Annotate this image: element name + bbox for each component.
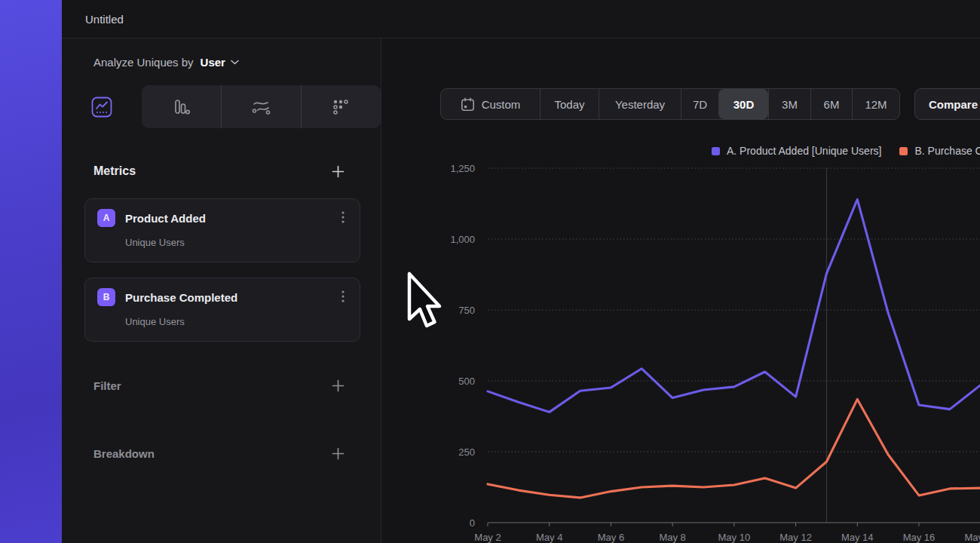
- flows-icon: [250, 97, 271, 117]
- x-tick-label: May 14: [841, 532, 874, 543]
- chart-legend: A. Product Added [Unique Users] B. Purch…: [712, 145, 980, 157]
- query-sidebar: Analyze Uniques by User: [62, 38, 381, 543]
- y-tick-label: 1,000: [450, 234, 475, 245]
- metric-measurement: Unique Users: [125, 237, 348, 248]
- analyze-by-row: Analyze Uniques by User: [62, 38, 381, 85]
- top-bar: Untitled: [62, 0, 980, 38]
- add-filter-button[interactable]: [332, 379, 345, 392]
- legend-label-a: A. Product Added [Unique Users]: [727, 145, 881, 157]
- y-tick-label: 250: [458, 446, 475, 458]
- tab-line-chart[interactable]: [62, 85, 142, 128]
- line-chart-icon: [91, 97, 112, 118]
- breakdown-section-header: Breakdown: [62, 444, 381, 462]
- metric-badge-a: A: [97, 209, 115, 227]
- app-window: Untitled Analyze Uniques by User: [62, 0, 980, 543]
- x-tick-label: May 8: [659, 532, 685, 543]
- legend-item-a: A. Product Added [Unique Users]: [712, 145, 881, 157]
- tab-retention[interactable]: [301, 85, 381, 128]
- plus-icon: [332, 379, 345, 392]
- y-tick-label: 750: [458, 305, 475, 316]
- legend-item-b: B. Purchase Completed [Unique Users]: [899, 145, 980, 157]
- filter-section-header: Filter: [62, 376, 381, 394]
- tab-flows[interactable]: [221, 85, 301, 128]
- range-7d[interactable]: 7D: [681, 89, 718, 119]
- range-6m[interactable]: 6M: [810, 89, 852, 119]
- y-tick-label: 500: [458, 376, 475, 387]
- analyze-by-dropdown[interactable]: User: [201, 56, 239, 69]
- plus-icon: [332, 165, 345, 178]
- range-3m[interactable]: 3M: [768, 89, 810, 119]
- x-tick-label: May 16: [903, 532, 936, 543]
- chart-type-tab-group: [142, 85, 381, 128]
- series-line-b: [488, 399, 980, 498]
- x-tick-label: May 6: [598, 532, 624, 543]
- metric-measurement: Unique Users: [125, 316, 348, 327]
- add-metric-button[interactable]: [332, 165, 345, 178]
- chart-type-tabs: [62, 85, 381, 128]
- retention-grid-icon: [331, 97, 351, 117]
- metric-name: Product Added: [125, 212, 338, 225]
- filter-title: Filter: [93, 379, 121, 392]
- metric-options-button[interactable]: [338, 289, 348, 306]
- legend-swatch-a: [712, 147, 720, 155]
- range-yesterday[interactable]: Yesterday: [599, 89, 681, 119]
- metric-card-purchase-completed[interactable]: B Purchase Completed Unique Users: [84, 278, 360, 342]
- range-12m[interactable]: 12M: [852, 89, 899, 119]
- plus-icon: [332, 447, 345, 460]
- metric-name: Purchase Completed: [125, 291, 338, 304]
- tab-bar-chart[interactable]: [142, 85, 221, 128]
- bar-chart-icon: [171, 97, 191, 117]
- range-today[interactable]: Today: [540, 89, 599, 119]
- y-tick-label: 0: [470, 517, 475, 529]
- compare-button[interactable]: Compare: [914, 88, 980, 120]
- date-range-bar: Custom Today Yesterday 7D 30D 3M 6M 12M: [440, 88, 900, 120]
- metrics-section-header: Metrics: [62, 162, 381, 180]
- screen: Untitled Analyze Uniques by User: [0, 0, 980, 543]
- x-tick-label: May 2: [474, 532, 501, 543]
- desktop-background: [0, 0, 62, 543]
- calendar-icon: [461, 97, 475, 112]
- metrics-title: Metrics: [93, 164, 136, 178]
- x-tick-label: May 10: [718, 532, 751, 543]
- metric-badge-b: B: [97, 288, 115, 306]
- legend-swatch-b: [899, 147, 908, 155]
- metric-options-button[interactable]: [338, 210, 348, 227]
- analyze-by-value: User: [201, 56, 225, 69]
- metric-card-product-added[interactable]: A Product Added Unique Users: [84, 198, 360, 262]
- x-tick-label: May 4: [536, 532, 562, 543]
- x-tick-label: May 18: [964, 532, 980, 543]
- series-line-a: [488, 199, 980, 412]
- range-30d-selected[interactable]: 30D: [718, 89, 768, 119]
- chevron-down-icon: [231, 60, 239, 65]
- range-custom[interactable]: Custom: [441, 89, 540, 119]
- legend-label-b: B. Purchase Completed [Unique Users]: [914, 145, 980, 157]
- chart-panel: 02505007501,0001,250May 2May 4May 6May 8…: [381, 38, 980, 543]
- document-title: Untitled: [85, 13, 124, 26]
- breakdown-title: Breakdown: [93, 447, 155, 460]
- analyze-by-label: Analyze Uniques by: [93, 56, 194, 69]
- add-breakdown-button[interactable]: [332, 447, 345, 460]
- y-tick-label: 1,250: [450, 163, 475, 174]
- kebab-menu-icon: [341, 290, 345, 302]
- x-tick-label: May 12: [779, 532, 812, 543]
- range-label: Custom: [482, 98, 521, 111]
- kebab-menu-icon: [341, 211, 345, 223]
